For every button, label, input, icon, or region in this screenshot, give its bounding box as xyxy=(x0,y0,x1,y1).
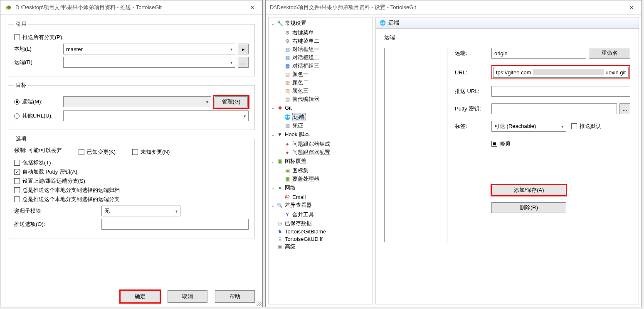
radio-remote-row[interactable]: 远端(M): xyxy=(14,98,63,105)
radio-url-row[interactable]: 其他URL(U): xyxy=(14,112,63,120)
push-url-input[interactable] xyxy=(491,86,630,97)
recurse-select[interactable]: 无 ▾ xyxy=(101,206,180,216)
push-dialog: D:\Desktop\项目文件\果果小师弟项目资料 - 推送 - Tortois… xyxy=(0,0,263,307)
recurse-label: 递归子模块 xyxy=(14,207,101,215)
globe-icon xyxy=(284,114,291,120)
window-title: D:\Desktop\项目文件\果果小师弟项目资料 - 设置 - Tortois… xyxy=(270,4,626,11)
checkbox-icon xyxy=(571,123,577,129)
collapse-icon[interactable]: ⌄ xyxy=(270,159,275,164)
git-icon xyxy=(276,104,283,111)
add-save-button[interactable]: 添加/保存(A) xyxy=(491,185,566,196)
wrench-icon xyxy=(276,20,283,27)
target-section: 目标 远端(M): ▾ 管理(G) 其他URL( xyxy=(8,81,255,130)
remote-branch-combo[interactable]: ▾ xyxy=(63,57,235,68)
tree-item-remote[interactable]: 远端 xyxy=(278,113,372,122)
prune-checkbox[interactable]: 修剪 xyxy=(491,140,511,147)
push-opt-input[interactable] xyxy=(101,219,249,230)
autoload-putty-checkbox[interactable]: 自动加载 Putty 密钥(A) xyxy=(14,168,249,176)
radio-url-label: 其他URL(U): xyxy=(22,112,53,120)
section-title: 远端 xyxy=(376,29,639,41)
titlebar-left: D:\Desktop\项目文件\果果小师弟项目资料 - 推送 - Tortois… xyxy=(0,0,262,15)
email-icon xyxy=(284,194,291,200)
set-upstream-checkbox[interactable]: 设置上游/跟踪远端分支(S) xyxy=(14,177,249,185)
collapse-icon[interactable]: ⌄ xyxy=(270,132,275,137)
browse-button[interactable]: ... xyxy=(619,103,630,114)
overlay-icon xyxy=(276,158,283,164)
advanced-icon xyxy=(276,243,283,250)
target-url-combo[interactable]: ▾ xyxy=(63,110,249,121)
window-title: D:\Desktop\项目文件\果果小师弟项目资料 - 推送 - Tortois… xyxy=(15,4,247,11)
url-label: URL: xyxy=(455,69,491,76)
local-branch-combo[interactable]: master ▾ xyxy=(63,44,235,54)
tag-select[interactable]: 可达 (Reachable) ▾ xyxy=(491,121,566,132)
radio-remote-label: 远端(M): xyxy=(22,98,42,105)
manage-button[interactable]: 管理(G) xyxy=(215,96,248,107)
color-icon xyxy=(284,71,291,78)
push-all-row[interactable]: 推送所有分支(P) xyxy=(14,34,249,41)
overlay-icon xyxy=(284,167,291,174)
collapse-icon[interactable]: ⌄ xyxy=(270,105,275,110)
target-remote-combo[interactable]: ▾ xyxy=(63,96,211,107)
udiff-icon xyxy=(276,235,283,242)
settings-tree[interactable]: ⌄常规设置 右键菜单 右键菜单二 对话框组一 对话框组二 对话框组三 颜色一 颜… xyxy=(268,17,373,304)
include-tags-checkbox[interactable]: 包括标签(T) xyxy=(14,159,249,167)
cancel-button[interactable]: 取消 xyxy=(168,290,207,303)
detail-title: 远端 xyxy=(388,19,399,27)
always-push-branch-checkbox[interactable]: 总是推送这个本地分支到选择的远端分支 xyxy=(14,196,249,203)
push-url-label: 推送 URL: xyxy=(455,88,491,95)
local-extra-button[interactable]: ▸ xyxy=(238,44,249,54)
remote-name-input[interactable]: origin xyxy=(491,48,586,59)
delete-button[interactable]: 删除(R) xyxy=(491,202,566,213)
color-icon xyxy=(284,79,291,86)
unknown-changes-checkbox[interactable]: 未知变更(N) xyxy=(132,148,170,156)
rename-button[interactable]: 重命名 xyxy=(589,48,630,59)
checkbox-icon xyxy=(14,160,20,166)
window-icon xyxy=(284,63,291,69)
collapse-icon[interactable]: ⌄ xyxy=(270,203,275,208)
checkbox-icon xyxy=(14,187,20,193)
help-button[interactable]: 帮助 xyxy=(215,290,255,303)
putty-label: Putty 密钥: xyxy=(455,105,491,113)
checkbox-icon xyxy=(14,34,20,40)
checkbox-icon xyxy=(491,141,497,147)
window-icon xyxy=(284,54,291,61)
known-changes-checkbox[interactable]: 已知变更(K) xyxy=(79,148,116,156)
putty-key-input[interactable] xyxy=(491,103,617,114)
remote-label: 远端(R) xyxy=(14,59,63,66)
collapse-icon[interactable]: ⌄ xyxy=(270,186,275,190)
window-icon xyxy=(284,46,291,53)
remote-name-label: 远端: xyxy=(455,49,491,57)
editor-icon xyxy=(284,96,291,103)
remote-listbox[interactable] xyxy=(384,48,447,242)
options-legend: 选项 xyxy=(14,135,28,142)
resize-grip-icon[interactable] xyxy=(257,301,262,306)
titlebar-right: D:\Desktop\项目文件\果果小师弟项目资料 - 设置 - Tortois… xyxy=(266,0,642,15)
hook-icon xyxy=(276,131,283,138)
tag-label: 标签: xyxy=(455,123,491,130)
checkbox-icon xyxy=(14,169,20,175)
radio-icon xyxy=(14,113,20,119)
always-push-archive-checkbox[interactable]: 总是推送这个本地分支到选择的远端归档 xyxy=(14,186,249,194)
network-icon xyxy=(276,184,283,191)
ok-button[interactable]: 确定 xyxy=(120,290,160,303)
url-redacted xyxy=(533,69,604,75)
detail-panel: 远端 远端 远端: origin 重命名 URL: xyxy=(375,17,639,304)
chevron-down-icon: ▾ xyxy=(175,209,178,213)
gear-icon xyxy=(284,29,291,36)
chevron-down-icon: ▾ xyxy=(244,114,246,118)
url-input[interactable]: tps://gitee.com uoxin.git xyxy=(493,67,629,78)
local-branch-value: master xyxy=(66,46,83,52)
push-opt-label: 推送选项(O): xyxy=(14,221,101,228)
overlay-icon xyxy=(284,176,291,182)
remote-browse-button[interactable]: … xyxy=(238,57,249,68)
chevron-down-icon: ▾ xyxy=(230,47,232,52)
save-icon xyxy=(276,220,283,227)
bug-icon xyxy=(284,141,291,147)
collapse-icon[interactable]: ⌄ xyxy=(270,21,275,26)
close-icon[interactable]: ✕ xyxy=(247,3,258,12)
settings-dialog: D:\Desktop\项目文件\果果小师弟项目资料 - 设置 - Tortois… xyxy=(265,0,642,307)
chevron-down-icon: ▾ xyxy=(230,60,232,65)
close-icon[interactable]: ✕ xyxy=(626,3,637,12)
globe-icon xyxy=(379,20,386,26)
push-default-checkbox[interactable]: 推送默认 xyxy=(571,123,601,130)
